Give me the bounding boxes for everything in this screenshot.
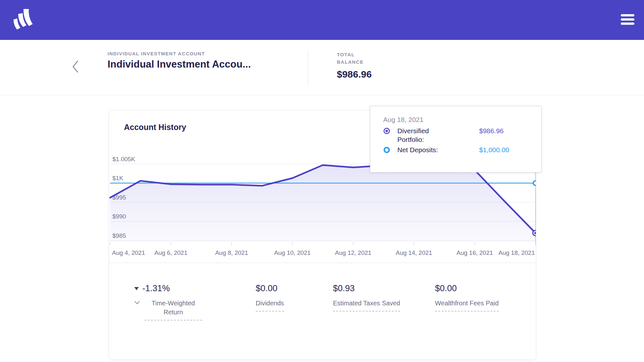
tooltip-value: $986.96 xyxy=(479,126,504,135)
tooltip-label: Diversified Portfolio: xyxy=(397,126,446,144)
tooltip-row-diversified: Diversified Portfolio: $986.96 xyxy=(383,126,528,144)
x-axis-tick-label: Aug 16, 2021 xyxy=(457,249,493,256)
chart-tooltip: Aug 18, 2021 Diversified Portfolio: $986… xyxy=(370,106,542,172)
diversified-portfolio-marker-icon xyxy=(383,127,390,135)
tooltip-label: Net Deposits: xyxy=(397,145,446,154)
stat-label[interactable]: Wealthfront Fees Paid xyxy=(435,299,499,311)
stat-wealthfront-fees-paid: $0.00 Wealthfront Fees Paid xyxy=(435,283,499,311)
portfolio-area-fill xyxy=(110,163,535,242)
total-balance-label: TOTAL BALANCE xyxy=(337,51,375,66)
y-axis-tick-label: $1.005K xyxy=(112,156,135,162)
stat-label[interactable]: Time-Weighted Return xyxy=(144,299,202,320)
app-header xyxy=(0,0,644,40)
card-title: Account History xyxy=(124,123,186,132)
y-axis-tick-label: $1K xyxy=(112,175,123,181)
tooltip-value: $1,000.00 xyxy=(479,145,509,154)
account-type-eyebrow: INDIVIDUAL INVESTMENT ACCOUNT xyxy=(108,51,205,56)
stat-value: -1.31% xyxy=(142,283,170,293)
total-balance-value: $986.96 xyxy=(337,69,372,80)
stat-dividends: $0.00 Dividends xyxy=(256,283,284,311)
wealthfront-account-screen: INDIVIDUAL INVESTMENT ACCOUNT Individual… xyxy=(0,0,644,362)
stat-estimated-taxes-saved: $0.93 Estimated Taxes Saved xyxy=(333,283,400,311)
net-deposits-marker-icon xyxy=(383,146,390,153)
x-axis-tick-label: Aug 14, 2021 xyxy=(396,249,432,256)
stat-value: $0.00 xyxy=(256,283,278,293)
stat-label[interactable]: Dividends xyxy=(256,299,284,311)
page-title: Individual Investment Accou... xyxy=(108,59,251,70)
stat-time-weighted-return: -1.31% Time-Weighted Return xyxy=(134,283,202,320)
tooltip-row-net-deposits: Net Deposits: $1,000.00 xyxy=(383,145,528,154)
chevron-down-icon[interactable] xyxy=(134,301,140,304)
x-axis-tick-label: Aug 6, 2021 xyxy=(154,249,187,256)
x-axis-tick-label: Aug 4, 2021 xyxy=(112,249,145,256)
wealthfront-logo-icon[interactable] xyxy=(12,8,33,32)
x-axis-tick-label: Aug 12, 2021 xyxy=(335,249,371,256)
x-axis-tick-label: Aug 18, 2021 xyxy=(498,249,535,256)
net-deposits-endpoint-marker xyxy=(533,181,536,185)
x-axis-tick-label: Aug 8, 2021 xyxy=(215,249,248,256)
x-axis-tick-label: Aug 10, 2021 xyxy=(274,249,311,256)
header-divider xyxy=(308,51,308,85)
chevron-left-icon xyxy=(71,60,80,73)
stat-label[interactable]: Estimated Taxes Saved xyxy=(333,299,400,311)
tooltip-date: Aug 18, 2021 xyxy=(383,116,528,124)
section-divider xyxy=(0,95,644,95)
back-button[interactable] xyxy=(71,60,82,74)
stat-value: $0.93 xyxy=(333,283,355,293)
hamburger-menu-icon[interactable] xyxy=(621,14,635,26)
negative-change-triangle-icon xyxy=(134,287,139,290)
stat-value: $0.00 xyxy=(435,283,457,293)
